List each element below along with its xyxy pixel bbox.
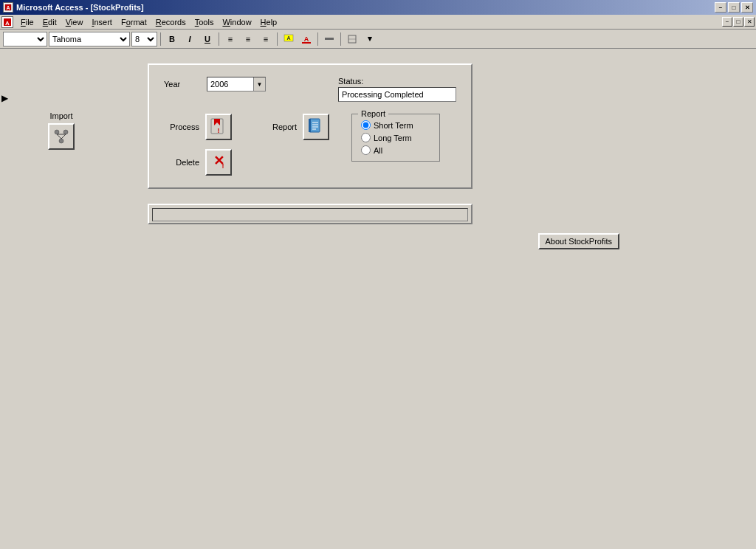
delete-label: Delete <box>164 158 199 167</box>
toolbar-font-selector[interactable]: Tahoma <box>49 32 130 46</box>
report-button[interactable] <box>303 114 329 140</box>
menu-bar: A File Edit View Insert Format Records T… <box>0 15 756 30</box>
maximize-button[interactable]: □ <box>728 2 740 13</box>
menu-records[interactable]: Records <box>151 16 190 28</box>
title-bar: A Microsoft Access - [StockProfits] − □ … <box>0 0 756 15</box>
report-group-box: Report Short Term Long Term All <box>351 114 440 162</box>
inner-maximize-button[interactable]: □ <box>733 17 743 27</box>
status-field: Processing Completed <box>338 87 456 102</box>
import-label: Import <box>49 111 72 120</box>
process-button[interactable]: ! <box>205 114 232 140</box>
align-center-button[interactable]: ≡ <box>240 32 256 46</box>
report-label: Report <box>261 122 297 131</box>
close-button[interactable]: ✕ <box>741 2 753 13</box>
menu-window[interactable]: Window <box>218 16 255 28</box>
inner-minimize-button[interactable]: − <box>722 17 732 27</box>
line-color-button[interactable] <box>321 32 337 46</box>
toolbar-separator-4 <box>317 32 318 46</box>
app-icon: A <box>3 2 13 13</box>
minimize-button[interactable]: − <box>715 2 726 13</box>
align-left-button[interactable]: ≡ <box>222 32 238 46</box>
menu-view[interactable]: View <box>61 16 88 28</box>
svg-text:A: A <box>286 35 290 41</box>
svg-point-24 <box>59 139 63 143</box>
delete-row: Delete ✕ ! <box>164 149 232 176</box>
year-dropdown-arrow[interactable]: ▼ <box>253 77 265 91</box>
svg-point-23 <box>63 130 68 134</box>
toolbar-size-selector[interactable]: 8 <box>131 32 157 46</box>
year-label: Year <box>164 80 201 89</box>
svg-text:A: A <box>5 19 10 26</box>
import-button[interactable] <box>48 123 75 150</box>
long-term-row: Long Term <box>361 133 430 142</box>
all-label: All <box>374 146 382 155</box>
menu-edit[interactable]: Edit <box>38 16 61 28</box>
svg-text:A: A <box>304 35 309 43</box>
svg-line-25 <box>57 134 61 139</box>
delete-button[interactable]: ✕ ! <box>205 149 232 176</box>
short-term-label: Short Term <box>374 121 413 130</box>
year-value: 2006 <box>207 80 253 89</box>
nav-arrow: ▶ <box>0 49 12 549</box>
italic-button[interactable]: I <box>182 32 198 46</box>
svg-rect-16 <box>309 119 320 132</box>
svg-rect-8 <box>325 38 334 40</box>
bold-button[interactable]: B <box>164 32 180 46</box>
more-button[interactable]: ▾ <box>362 32 378 46</box>
process-label: Process <box>164 122 199 131</box>
menu-file[interactable]: File <box>16 16 38 28</box>
font-color-button[interactable]: A <box>298 32 315 46</box>
all-row: All <box>361 145 430 155</box>
report-group-label: Report <box>358 109 388 118</box>
menu-help[interactable]: Help <box>256 16 282 28</box>
app-title: Microsoft Access - [StockProfits] <box>16 3 144 12</box>
long-term-radio[interactable] <box>361 133 371 142</box>
year-dropdown[interactable]: 2006 ▼ <box>207 77 266 92</box>
svg-point-22 <box>55 130 59 134</box>
toolbar-object-selector[interactable] <box>3 32 47 46</box>
toolbar-separator-5 <box>340 32 341 46</box>
menu-format[interactable]: Format <box>117 16 151 28</box>
all-radio[interactable] <box>361 145 371 155</box>
main-area: ▶ Year 2006 ▼ Status: Processing Comp <box>0 49 756 549</box>
short-term-radio[interactable] <box>361 120 371 130</box>
menu-tools[interactable]: Tools <box>190 16 219 28</box>
svg-rect-17 <box>309 119 311 132</box>
fill-color-button[interactable]: A <box>281 32 297 46</box>
report-row: Report <box>261 114 329 140</box>
special-button[interactable] <box>344 32 360 46</box>
toolbar: Tahoma 8 B I U ≡ ≡ ≡ A A ▾ <box>0 30 756 49</box>
inner-close-button[interactable]: ✕ <box>744 17 755 27</box>
status-bar-inner <box>152 208 468 221</box>
menu-insert[interactable]: Insert <box>87 16 117 28</box>
short-term-row: Short Term <box>361 120 430 130</box>
underline-button[interactable]: U <box>199 32 216 46</box>
toolbar-separator-2 <box>219 32 219 46</box>
svg-text:!: ! <box>218 127 220 134</box>
svg-rect-7 <box>302 42 311 44</box>
status-value: Processing Completed <box>342 90 424 99</box>
long-term-label: Long Term <box>374 134 412 142</box>
status-label: Status: <box>338 77 363 86</box>
toolbar-separator-3 <box>277 32 278 46</box>
about-button[interactable]: About StockProfits <box>538 233 620 249</box>
form-panel: Year 2006 ▼ Status: Processing Completed <box>148 63 472 189</box>
process-row: Process ! <box>164 114 232 140</box>
status-bar <box>148 204 472 224</box>
toolbar-separator-1 <box>160 32 161 46</box>
align-right-button[interactable]: ≡ <box>258 32 274 46</box>
menu-app-icon: A <box>1 16 13 28</box>
svg-text:!: ! <box>222 162 224 170</box>
svg-line-26 <box>61 134 66 139</box>
svg-text:A: A <box>6 5 10 10</box>
